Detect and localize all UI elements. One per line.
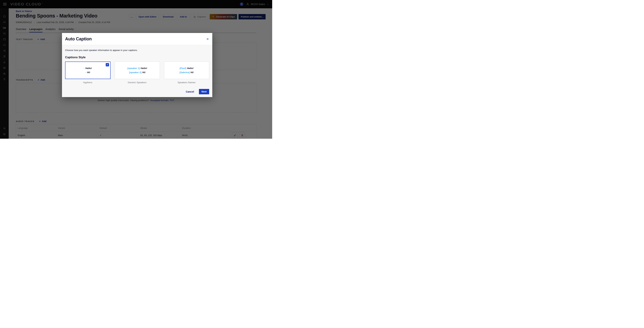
next-button[interactable]: Next: [199, 89, 209, 94]
option-labels: Hyphens Generic Speakers Speakers Names: [65, 81, 209, 84]
label-hyphens: Hyphens: [65, 81, 110, 84]
option-generic-speakers[interactable]: [speaker 1]Hello! [speaker 2]Hi!: [115, 62, 160, 79]
modal-title: Auto Caption: [65, 36, 92, 41]
auto-caption-modal: Auto Caption × Choose how you want speak…: [62, 33, 212, 97]
checkbox-checked-icon[interactable]: ✓: [106, 63, 109, 66]
label-speakers-names: Speakers Names: [164, 81, 209, 84]
cancel-button[interactable]: Cancel: [186, 90, 194, 93]
option-hyphens[interactable]: ✓ -Hello! -Hi!: [65, 62, 110, 79]
modal-body: Choose how you want speaker information …: [62, 45, 212, 97]
modal-footer: Cancel Next: [65, 89, 209, 94]
captions-style-title: Captions Style: [65, 56, 209, 59]
label-generic-speakers: Generic Speakers: [114, 81, 160, 84]
option-speakers-names[interactable]: [Paul]Hello! [Sabrina]Hi!: [164, 62, 209, 79]
modal-header: Auto Caption ×: [62, 33, 212, 45]
modal-description: Choose how you want speaker information …: [65, 49, 209, 51]
caption-style-options: ✓ -Hello! -Hi! [speaker 1]Hello! [speake…: [65, 62, 209, 79]
close-icon[interactable]: ×: [206, 37, 209, 41]
